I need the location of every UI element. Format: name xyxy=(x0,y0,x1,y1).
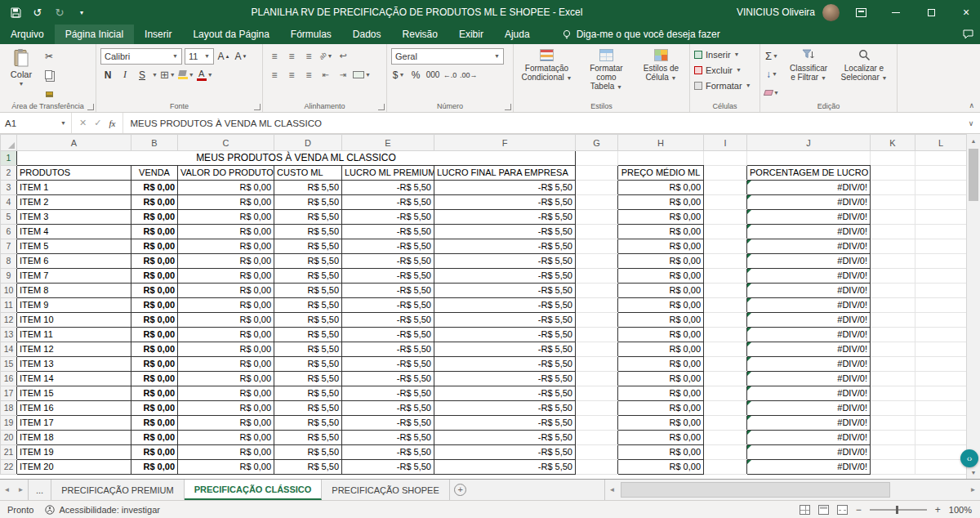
cell-D10[interactable]: R$ 5,50 xyxy=(274,284,342,298)
cell-E3[interactable]: -R$ 5,50 xyxy=(342,181,434,195)
cell-H20[interactable]: R$ 0,00 xyxy=(618,431,704,445)
cell-B21[interactable]: R$ 0,00 xyxy=(131,445,178,460)
borders-button[interactable]: ⊞▼ xyxy=(160,67,176,83)
cell-H4[interactable]: R$ 0,00 xyxy=(618,195,704,210)
tell-me[interactable]: Diga-me o que você deseja fazer xyxy=(562,25,720,44)
row-header-7[interactable]: 7 xyxy=(1,239,17,254)
row-header-3[interactable]: 3 xyxy=(1,181,17,195)
user-avatar[interactable] xyxy=(822,4,840,21)
cell-J8[interactable]: #DIV/0! xyxy=(747,254,871,269)
row-header-19[interactable]: 19 xyxy=(1,416,17,431)
increase-decimal-button[interactable]: ←.0 xyxy=(443,67,457,83)
ribbon-tab-layout-da-pagina[interactable]: Layout da Página xyxy=(182,25,279,44)
row-header-16[interactable]: 16 xyxy=(1,372,17,386)
font-family-select[interactable]: Calibri ▼ xyxy=(100,48,182,65)
cell-L8[interactable] xyxy=(915,254,967,269)
cell-A17[interactable]: ITEM 15 xyxy=(17,386,131,401)
cell-C15[interactable]: R$ 0,00 xyxy=(178,357,274,372)
cell-I18[interactable] xyxy=(704,401,747,416)
save-icon[interactable] xyxy=(8,5,23,20)
horizontal-scrollbar-thumb[interactable] xyxy=(621,482,890,498)
cell-A8[interactable]: ITEM 6 xyxy=(17,254,131,269)
column-header-C[interactable]: C xyxy=(178,135,274,151)
cell-C2[interactable]: VALOR DO PRODUTO xyxy=(178,166,274,181)
cell-K6[interactable] xyxy=(871,225,915,239)
cell-F15[interactable]: -R$ 5,50 xyxy=(434,357,576,372)
comments-button[interactable] xyxy=(956,25,980,44)
cell-B15[interactable]: R$ 0,00 xyxy=(131,357,178,372)
cell-B10[interactable]: R$ 0,00 xyxy=(131,284,178,298)
cell-C8[interactable]: R$ 0,00 xyxy=(178,254,274,269)
align-right-button[interactable]: ≡ xyxy=(301,67,316,83)
cell-G5[interactable] xyxy=(576,210,618,225)
cell-F6[interactable]: -R$ 5,50 xyxy=(434,225,576,239)
cell-G17[interactable] xyxy=(576,386,618,401)
cell-K5[interactable] xyxy=(871,210,915,225)
cell-J22[interactable]: #DIV/0! xyxy=(747,460,871,475)
cell-B12[interactable]: R$ 0,00 xyxy=(131,313,178,328)
cell-J19[interactable]: #DIV/0! xyxy=(747,416,871,431)
cell-E19[interactable]: -R$ 5,50 xyxy=(342,416,434,431)
cell-F11[interactable]: -R$ 5,50 xyxy=(434,298,576,313)
cell-D9[interactable]: R$ 5,50 xyxy=(274,269,342,284)
cell-J21[interactable]: #DIV/0! xyxy=(747,445,871,460)
cell-D2[interactable]: CUSTO ML xyxy=(274,166,342,181)
cell-J15[interactable]: #DIV/0! xyxy=(747,357,871,372)
decrease-decimal-button[interactable]: .00→ xyxy=(460,67,478,83)
cell-D13[interactable]: R$ 5,50 xyxy=(274,328,342,342)
cell-G1[interactable] xyxy=(576,151,618,166)
row-header-20[interactable]: 20 xyxy=(1,431,17,445)
align-left-button[interactable]: ≡ xyxy=(267,67,282,83)
cell-B13[interactable]: R$ 0,00 xyxy=(131,328,178,342)
horizontal-scrollbar-track[interactable] xyxy=(619,480,966,500)
cell-K11[interactable] xyxy=(871,298,915,313)
sheet-tab-precificacao-shopee[interactable]: PRECIFICAÇÃO SHOPEE xyxy=(322,480,449,500)
cell-D3[interactable]: R$ 5,50 xyxy=(274,181,342,195)
cell-B19[interactable]: R$ 0,00 xyxy=(131,416,178,431)
cell-L21[interactable] xyxy=(915,445,967,460)
cell-L7[interactable] xyxy=(915,239,967,254)
row-header-5[interactable]: 5 xyxy=(1,210,17,225)
cell-A20[interactable]: ITEM 18 xyxy=(17,431,131,445)
normal-view-icon[interactable] xyxy=(800,505,810,515)
cell-K16[interactable] xyxy=(871,372,915,386)
column-header-G[interactable]: G xyxy=(576,135,618,151)
insert-cells-button[interactable]: Inserir ▼ xyxy=(694,47,755,62)
column-header-D[interactable]: D xyxy=(274,135,342,151)
underline-button[interactable]: S xyxy=(135,67,149,83)
cell-J2[interactable]: PORCENTAGEM DE LUCRO xyxy=(747,166,871,181)
cell-C6[interactable]: R$ 0,00 xyxy=(178,225,274,239)
cell-J10[interactable]: #DIV/0! xyxy=(747,284,871,298)
cell-D21[interactable]: R$ 5,50 xyxy=(274,445,342,460)
wrap-text-button[interactable]: ↩ xyxy=(336,48,350,65)
ribbon-display-options-button[interactable] xyxy=(847,0,875,25)
cell-K20[interactable] xyxy=(871,431,915,445)
cell-F16[interactable]: -R$ 5,50 xyxy=(434,372,576,386)
cell-I6[interactable] xyxy=(704,225,747,239)
cell-I15[interactable] xyxy=(704,357,747,372)
cell-H10[interactable]: R$ 0,00 xyxy=(618,284,704,298)
cell-D8[interactable]: R$ 5,50 xyxy=(274,254,342,269)
row-header-8[interactable]: 8 xyxy=(1,254,17,269)
horizontal-scrollbar[interactable]: ◄ ► xyxy=(604,480,980,500)
cell-E21[interactable]: -R$ 5,50 xyxy=(342,445,434,460)
cell-H14[interactable]: R$ 0,00 xyxy=(618,342,704,357)
cell-F20[interactable]: -R$ 5,50 xyxy=(434,431,576,445)
cell-D15[interactable]: R$ 5,50 xyxy=(274,357,342,372)
cell-H11[interactable]: R$ 0,00 xyxy=(618,298,704,313)
cell-E8[interactable]: -R$ 5,50 xyxy=(342,254,434,269)
row-header-18[interactable]: 18 xyxy=(1,401,17,416)
cell-styles-button[interactable]: Estilos deCélula ▼ xyxy=(637,47,685,100)
maximize-button[interactable] xyxy=(917,0,945,25)
cell-A14[interactable]: ITEM 12 xyxy=(17,342,131,357)
cell-K2[interactable] xyxy=(871,166,915,181)
format-cells-button[interactable]: Formatar ▼ xyxy=(694,78,755,93)
cell-H17[interactable]: R$ 0,00 xyxy=(618,386,704,401)
ribbon-tab-inserir[interactable]: Inserir xyxy=(134,25,182,44)
row-header-2[interactable]: 2 xyxy=(1,166,17,181)
cell-H22[interactable]: R$ 0,00 xyxy=(618,460,704,475)
row-header-17[interactable]: 17 xyxy=(1,386,17,401)
cell-I8[interactable] xyxy=(704,254,747,269)
cut-button[interactable]: ✂ xyxy=(42,48,56,65)
find-select-button[interactable]: Localizar eSelecionar ▼ xyxy=(838,47,890,100)
